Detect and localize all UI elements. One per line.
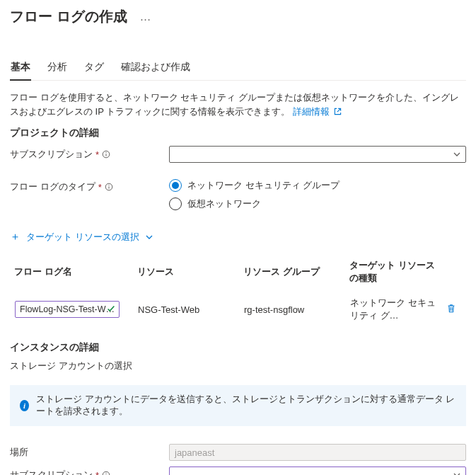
chevron-down-icon bbox=[453, 150, 461, 159]
tab-tags[interactable]: タグ bbox=[83, 55, 105, 81]
instance-details-title: インスタンスの詳細 bbox=[10, 341, 466, 354]
subscription-row: サブスクリプション * bbox=[10, 145, 466, 164]
trash-icon bbox=[446, 303, 456, 314]
col-targettype: ターゲット リソースの種類 bbox=[349, 259, 442, 285]
col-resource: リソース bbox=[137, 265, 243, 278]
page-title: フロー ログの作成 … bbox=[10, 0, 466, 29]
radio-vnet[interactable]: 仮想ネットワーク bbox=[169, 198, 466, 210]
required-asterisk: * bbox=[95, 149, 99, 160]
info-icon[interactable] bbox=[105, 183, 113, 191]
flowlog-type-label: フロー ログのタイプ * bbox=[10, 179, 169, 193]
tab-review[interactable]: 確認および作成 bbox=[120, 55, 191, 81]
svg-point-2 bbox=[105, 152, 106, 153]
tabs-bar: 基本 分析 タグ 確認および作成 bbox=[10, 55, 466, 81]
check-icon bbox=[106, 304, 116, 316]
required-asterisk: * bbox=[98, 182, 102, 193]
chevron-down-icon bbox=[145, 233, 153, 241]
external-link-icon bbox=[334, 108, 342, 115]
info-icon[interactable] bbox=[102, 150, 110, 159]
location-value: japaneast bbox=[175, 447, 214, 458]
learn-more-link[interactable]: 詳細情報 bbox=[293, 106, 342, 117]
radio-vnet-label: 仮想ネットワーク bbox=[187, 198, 261, 210]
table-header: フロー ログ名 リソース リソース グループ ターゲット リソースの種類 bbox=[10, 253, 466, 290]
tab-basic[interactable]: 基本 bbox=[10, 55, 31, 81]
tab-analysis[interactable]: 分析 bbox=[47, 55, 68, 81]
radio-nsg-label: ネットワーク セキュリティ グループ bbox=[187, 179, 339, 192]
subscription2-row: サブスクリプション * bbox=[10, 466, 466, 475]
chevron-down-icon bbox=[453, 471, 461, 475]
location-label: 場所 bbox=[10, 446, 169, 459]
description-body: フロー ログを使用すると、ネットワーク セキュリティ グループまたは仮想ネットワ… bbox=[10, 92, 459, 117]
storage-select-text: ストレージ アカウントの選択 bbox=[10, 360, 466, 372]
subscription2-dropdown[interactable] bbox=[169, 467, 466, 475]
table-row: FlowLog-NSG-Test-W… NSG-Test-Web rg-test… bbox=[10, 290, 466, 328]
svg-point-8 bbox=[105, 473, 106, 474]
required-asterisk: * bbox=[95, 470, 99, 476]
location-row: 場所 japaneast bbox=[10, 443, 466, 462]
subscription-dropdown[interactable] bbox=[169, 146, 466, 163]
info-icon[interactable] bbox=[102, 471, 110, 475]
select-target-button[interactable]: ＋ ターゲット リソースの選択 bbox=[10, 230, 466, 244]
info-icon: i bbox=[20, 400, 29, 411]
subscription2-label: サブスクリプション * bbox=[10, 469, 169, 475]
svg-point-5 bbox=[108, 185, 109, 185]
col-flowlogname: フロー ログ名 bbox=[14, 265, 137, 278]
cell-targettype: ネットワーク セキュリティ グ… bbox=[350, 297, 441, 322]
flowlog-type-text: フロー ログのタイプ bbox=[10, 181, 95, 193]
learn-more-label: 詳細情報 bbox=[293, 106, 330, 117]
target-table: フロー ログ名 リソース リソース グループ ターゲット リソースの種類 Flo… bbox=[10, 253, 466, 328]
more-menu-button[interactable]: … bbox=[137, 11, 154, 23]
location-field: japaneast bbox=[169, 444, 466, 461]
delete-button[interactable] bbox=[446, 305, 456, 316]
info-banner: i ストレージ アカウントにデータを送信すると、ストレージとトランザクションに対… bbox=[10, 385, 466, 426]
radio-nsg[interactable]: ネットワーク セキュリティ グループ bbox=[169, 179, 466, 192]
subscription-label-text: サブスクリプション bbox=[10, 148, 93, 161]
cell-resourcegroup: rg-test-nsgflow bbox=[244, 304, 350, 315]
flowlog-name-value: FlowLog-NSG-Test-W… bbox=[20, 304, 115, 314]
flowlog-name-input[interactable]: FlowLog-NSG-Test-W… bbox=[15, 301, 120, 318]
cell-resource: NSG-Test-Web bbox=[138, 304, 244, 315]
plus-icon: ＋ bbox=[10, 230, 21, 244]
radio-vnet-input bbox=[169, 198, 182, 210]
col-resourcegroup: リソース グループ bbox=[243, 265, 349, 278]
page-title-text: フロー ログの作成 bbox=[10, 7, 127, 26]
flowlog-type-row: フロー ログのタイプ * ネットワーク セキュリティ グループ 仮想ネットワーク bbox=[10, 179, 466, 216]
project-details-title: プロジェクトの詳細 bbox=[10, 127, 466, 139]
subscription-label: サブスクリプション * bbox=[10, 148, 169, 161]
subscription2-text: サブスクリプション bbox=[10, 469, 93, 475]
info-banner-text: ストレージ アカウントにデータを送信すると、ストレージとトランザクションに対する… bbox=[36, 394, 456, 418]
description-text: フロー ログを使用すると、ネットワーク セキュリティ グループまたは仮想ネットワ… bbox=[10, 91, 466, 118]
select-target-label: ターゲット リソースの選択 bbox=[26, 231, 139, 244]
radio-nsg-input bbox=[169, 179, 182, 192]
